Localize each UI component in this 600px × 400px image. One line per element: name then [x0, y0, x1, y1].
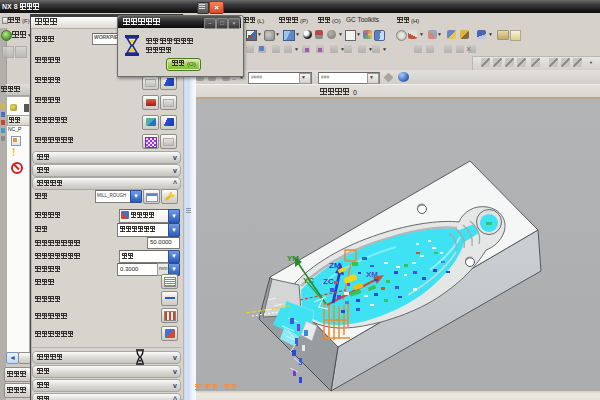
svg-text:XM: XM: [366, 270, 378, 279]
svg-text:YM: YM: [287, 254, 299, 263]
svg-text:ZM: ZM: [329, 261, 341, 270]
svg-text:YC: YC: [303, 276, 314, 285]
svg-text:ZC: ZC: [323, 277, 334, 286]
